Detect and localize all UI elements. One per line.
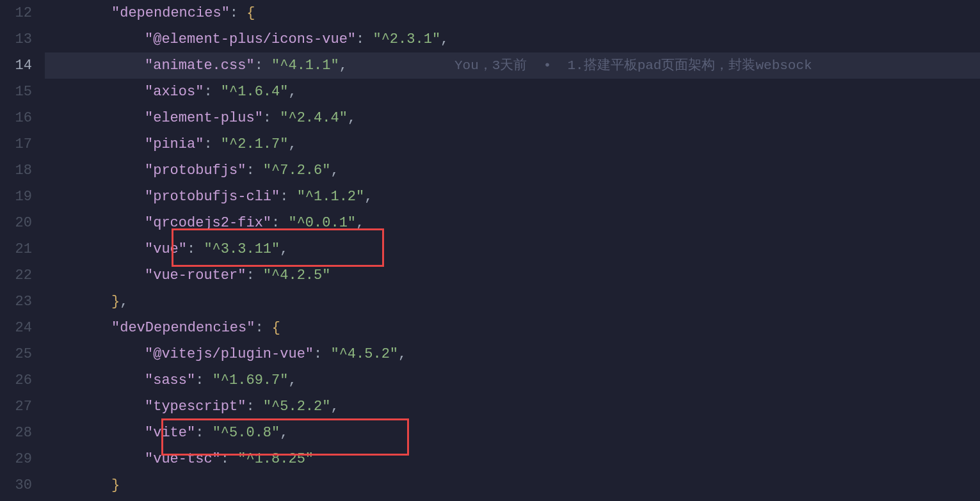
json-key: "sass" xyxy=(145,372,195,388)
comma: , xyxy=(288,84,296,100)
json-string: "^2.1.7" xyxy=(221,136,289,152)
json-string: "^1.8.25" xyxy=(237,451,314,467)
line-number: 18 xyxy=(0,157,32,184)
colon: : xyxy=(221,451,237,467)
json-key: "qrcodejs2-fix" xyxy=(145,215,271,231)
json-string: "^0.0.1" xyxy=(288,215,356,231)
code-line[interactable]: }, xyxy=(45,289,980,315)
comma: , xyxy=(288,136,296,152)
line-number-gutter: 12131415161718192021222324252627282930 xyxy=(0,0,45,501)
line-number: 29 xyxy=(0,446,32,472)
code-line[interactable]: "vue-tsc": "^1.8.25" xyxy=(45,446,980,472)
comma: , xyxy=(288,372,296,388)
json-key: "@element-plus/icons-vue" xyxy=(145,31,356,47)
comma: , xyxy=(364,189,373,205)
json-key: "vite" xyxy=(145,425,195,441)
line-number: 27 xyxy=(0,394,32,420)
json-key: "element-plus" xyxy=(145,110,263,126)
code-line[interactable]: "axios": "^1.6.4", xyxy=(45,79,980,105)
code-line[interactable]: "vue-router": "^4.2.5" xyxy=(45,262,980,289)
colon: : xyxy=(204,136,220,152)
json-key: "vue" xyxy=(145,241,187,257)
code-line[interactable]: "protobufjs": "^7.2.6", xyxy=(45,157,980,184)
line-number: 12 xyxy=(0,0,32,26)
line-number: 14 xyxy=(0,52,32,79)
line-number: 15 xyxy=(0,79,32,105)
json-string: "^1.6.4" xyxy=(221,84,289,100)
colon: : xyxy=(255,320,271,336)
code-line[interactable]: "@vitejs/plugin-vue": "^4.5.2", xyxy=(45,341,980,367)
colon: : xyxy=(280,189,296,205)
json-string: "^4.5.2" xyxy=(330,346,398,362)
json-key: "vue-tsc" xyxy=(145,451,221,467)
colon: : xyxy=(246,267,262,283)
json-key: "pinia" xyxy=(145,136,204,152)
colon: : xyxy=(356,31,373,47)
comma: , xyxy=(120,294,128,310)
json-string: "^5.0.8" xyxy=(213,425,280,441)
gitlens-author: You， xyxy=(454,58,492,73)
json-string: "^7.2.6" xyxy=(263,163,331,179)
code-line[interactable]: } xyxy=(45,472,980,498)
code-line[interactable]: "animate.css": "^4.1.1",You，3天前 • 1.搭建平板… xyxy=(45,52,980,79)
gitlens-message: 1.搭建平板pad页面架构，封装websock xyxy=(567,58,812,73)
open-brace: { xyxy=(246,5,255,21)
json-string: "^2.4.4" xyxy=(280,110,348,126)
code-line[interactable]: "qrcodejs2-fix": "^0.0.1", xyxy=(45,210,980,236)
close-brace: } xyxy=(111,294,120,310)
line-number: 26 xyxy=(0,367,32,394)
json-key: "vue-router" xyxy=(145,267,246,283)
line-number: 20 xyxy=(0,210,32,236)
code-line[interactable]: "pinia": "^2.1.7", xyxy=(45,131,980,157)
json-key: "axios" xyxy=(145,84,204,100)
code-line[interactable]: "dependencies": { xyxy=(45,0,980,26)
json-key: "dependencies" xyxy=(111,5,230,21)
line-number: 21 xyxy=(0,236,32,262)
gitlens-annotation: You，3天前 • 1.搭建平板pad页面架构，封装websock xyxy=(45,52,812,79)
code-line[interactable]: "typescript": "^5.2.2", xyxy=(45,394,980,420)
colon: : xyxy=(263,110,280,126)
colon: : xyxy=(246,399,262,415)
colon: : xyxy=(271,215,288,231)
code-area[interactable]: "dependencies": {"@element-plus/icons-vu… xyxy=(45,0,980,501)
json-string: "^1.1.2" xyxy=(297,189,365,205)
gitlens-when: 3天前 xyxy=(492,58,527,73)
colon: : xyxy=(204,84,220,100)
code-line[interactable]: "devDependencies": { xyxy=(45,315,980,341)
comma: , xyxy=(356,215,364,231)
comma: , xyxy=(330,399,339,415)
code-line[interactable]: "vue": "^3.3.11", xyxy=(45,236,980,262)
code-line[interactable]: "element-plus": "^2.4.4", xyxy=(45,105,980,131)
json-string: "^4.2.5" xyxy=(263,267,331,283)
line-number: 23 xyxy=(0,289,32,315)
line-number: 16 xyxy=(0,105,32,131)
comma: , xyxy=(348,110,356,126)
colon: : xyxy=(195,372,212,388)
json-key: "protobufjs-cli" xyxy=(145,189,280,205)
line-number: 19 xyxy=(0,184,32,210)
colon: : xyxy=(246,163,262,179)
json-key: "@vitejs/plugin-vue" xyxy=(145,346,314,362)
json-key: "protobufjs" xyxy=(145,163,246,179)
comma: , xyxy=(398,346,406,362)
json-key: "devDependencies" xyxy=(111,320,255,336)
code-line[interactable]: "sass": "^1.69.7", xyxy=(45,367,980,394)
code-line[interactable]: "@element-plus/icons-vue": "^2.3.1", xyxy=(45,26,980,52)
code-line[interactable]: "protobufjs-cli": "^1.1.2", xyxy=(45,184,980,210)
json-string: "^1.69.7" xyxy=(213,372,289,388)
comma: , xyxy=(440,31,449,47)
line-number: 17 xyxy=(0,131,32,157)
code-editor[interactable]: 12131415161718192021222324252627282930 "… xyxy=(0,0,980,501)
comma: , xyxy=(280,241,288,257)
comma: , xyxy=(280,425,288,441)
line-number: 25 xyxy=(0,341,32,367)
line-number: 30 xyxy=(0,472,32,498)
comma: , xyxy=(330,163,339,179)
line-number: 13 xyxy=(0,26,32,52)
code-line[interactable]: "vite": "^5.0.8", xyxy=(45,420,980,446)
json-string: "^5.2.2" xyxy=(263,399,331,415)
json-string: "^3.3.11" xyxy=(204,241,280,257)
colon: : xyxy=(195,425,212,441)
json-key: "typescript" xyxy=(145,399,246,415)
colon: : xyxy=(314,346,330,362)
